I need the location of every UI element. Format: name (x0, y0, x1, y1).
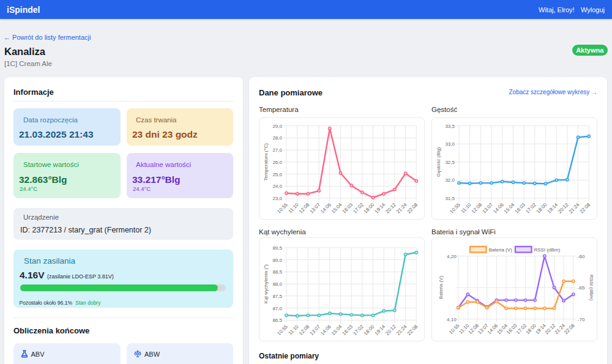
svg-text:13:07: 13:07 (481, 202, 494, 215)
svg-text:24,0: 24,0 (272, 184, 282, 189)
svg-text:15:04: 15:04 (503, 202, 516, 215)
svg-text:89,5: 89,5 (272, 245, 282, 251)
svg-text:17:02: 17:02 (524, 202, 537, 215)
svg-text:10:55: 10:55 (276, 202, 289, 215)
svg-text:28,0: 28,0 (272, 135, 282, 141)
svg-text:32,5: 32,5 (445, 160, 455, 165)
svg-text:19:14: 19:14 (374, 324, 387, 336)
svg-text:33,0: 33,0 (445, 141, 455, 147)
svg-text:Kąt wychylenia (°): Kąt wychylenia (°) (263, 264, 269, 303)
svg-text:19:14: 19:14 (547, 202, 559, 215)
svg-text:19:14: 19:14 (374, 202, 387, 215)
svg-text:22:08: 22:08 (406, 324, 419, 336)
svg-text:-70: -70 (578, 317, 585, 322)
svg-text:RSSI (dBm): RSSI (dBm) (589, 275, 594, 301)
svg-text:16:03: 16:03 (514, 202, 527, 215)
svg-text:20:12: 20:12 (384, 202, 397, 215)
svg-text:87,0: 87,0 (272, 306, 282, 311)
svg-text:26,0: 26,0 (272, 160, 282, 165)
svg-text:14:06: 14:06 (319, 202, 332, 215)
svg-text:10:55: 10:55 (276, 324, 289, 336)
svg-text:Bateria (V): Bateria (V) (489, 247, 513, 253)
svg-text:10:55: 10:55 (449, 202, 461, 215)
svg-text:18:00: 18:00 (536, 202, 548, 215)
svg-text:86,5: 86,5 (272, 318, 282, 323)
svg-text:18:00: 18:00 (363, 324, 376, 336)
svg-text:14:06: 14:06 (319, 324, 332, 336)
svg-text:4,20: 4,20 (447, 254, 457, 259)
svg-text:Temperatura (°C): Temperatura (°C) (263, 143, 269, 181)
svg-text:88,0: 88,0 (272, 281, 282, 287)
svg-text:Bateria (V): Bateria (V) (438, 276, 444, 300)
svg-text:11:10: 11:10 (460, 202, 472, 214)
svg-text:21:24: 21:24 (568, 202, 581, 215)
svg-text:20:12: 20:12 (557, 202, 570, 215)
svg-text:27,0: 27,0 (272, 147, 282, 153)
svg-text:11:10: 11:10 (288, 202, 300, 214)
svg-text:21:24: 21:24 (395, 324, 408, 336)
svg-text:18:00: 18:00 (363, 202, 376, 215)
svg-text:14:06: 14:06 (492, 202, 505, 215)
svg-text:4,10: 4,10 (447, 317, 457, 322)
svg-text:21:24: 21:24 (395, 202, 408, 215)
svg-text:17:02: 17:02 (352, 202, 365, 215)
svg-text:15:04: 15:04 (330, 202, 343, 215)
svg-text:22:08: 22:08 (579, 202, 592, 215)
svg-text:29,0: 29,0 (272, 124, 282, 129)
svg-text:23,0: 23,0 (272, 196, 282, 201)
svg-text:89,0: 89,0 (272, 258, 282, 263)
svg-text:15:04: 15:04 (330, 324, 343, 336)
svg-text:12:08: 12:08 (471, 202, 483, 215)
svg-text:17:02: 17:02 (352, 324, 365, 336)
svg-text:11:10: 11:10 (288, 324, 300, 336)
svg-text:88,5: 88,5 (272, 269, 282, 275)
svg-text:32,0: 32,0 (445, 177, 455, 183)
svg-text:33,5: 33,5 (445, 124, 455, 129)
svg-text:16:03: 16:03 (341, 324, 354, 336)
svg-text:22:08: 22:08 (563, 322, 576, 335)
svg-text:22:08: 22:08 (406, 202, 419, 215)
svg-text:-60: -60 (578, 254, 585, 259)
svg-text:31,5: 31,5 (445, 196, 455, 201)
svg-text:Gęstość (Blg): Gęstość (Blg) (436, 147, 441, 177)
svg-text:87,5: 87,5 (272, 294, 282, 299)
svg-text:12:08: 12:08 (298, 324, 311, 336)
svg-text:10:55: 10:55 (448, 322, 461, 335)
svg-text:13:07: 13:07 (308, 324, 321, 336)
svg-text:RSSI (dBm): RSSI (dBm) (534, 247, 561, 253)
svg-text:13:07: 13:07 (308, 202, 321, 215)
svg-text:-65: -65 (578, 285, 585, 291)
svg-text:20:12: 20:12 (384, 324, 397, 336)
svg-text:12:08: 12:08 (298, 202, 311, 215)
svg-text:25,0: 25,0 (272, 172, 282, 177)
svg-text:16:03: 16:03 (341, 202, 354, 215)
